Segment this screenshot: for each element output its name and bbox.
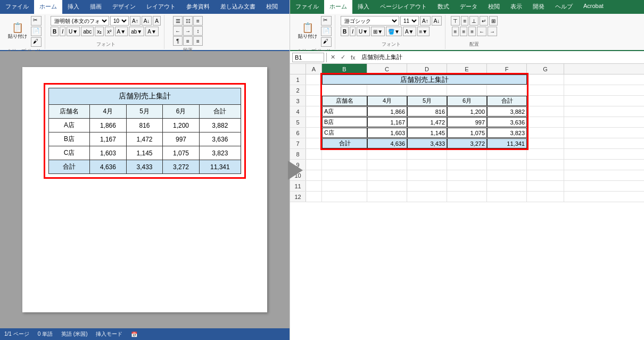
word-tab-design[interactable]: デザイン — [107, 0, 141, 14]
cell-f6-c-total[interactable]: 3,823 — [487, 128, 527, 138]
cell-d4-a-may[interactable]: 816 — [407, 106, 447, 117]
cell-c3-header-apr[interactable]: 4月 — [367, 96, 407, 106]
cell-d7-total-may[interactable]: 3,433 — [407, 138, 447, 148]
excel-align-bottom[interactable]: ⊥ — [469, 16, 478, 26]
cell-a10[interactable] — [306, 170, 322, 180]
excel-increase-indent[interactable]: → — [488, 27, 497, 36]
word-text-effect[interactable]: A▼ — [115, 27, 128, 36]
excel-tab-acrobat[interactable]: Acrobat — [578, 0, 609, 14]
word-show-marks[interactable]: ¶ — [173, 36, 183, 46]
cell-b6-c-store[interactable]: C店 — [322, 128, 367, 138]
cell-b5-b-store[interactable]: B店 — [322, 117, 367, 127]
cell-e12[interactable] — [447, 192, 487, 202]
excel-tab-file[interactable]: ファイル — [290, 0, 324, 14]
word-tab-layout[interactable]: レイアウト — [141, 0, 181, 14]
excel-bold-button[interactable]: B — [341, 27, 349, 36]
word-tab-draw[interactable]: 描画 — [85, 0, 107, 14]
cell-c2[interactable] — [367, 85, 407, 95]
cell-f12[interactable] — [487, 192, 527, 202]
cell-b9[interactable] — [322, 160, 367, 170]
cell-e2[interactable] — [447, 85, 487, 95]
cell-a5[interactable] — [306, 117, 322, 127]
excel-underline-button[interactable]: U▼ — [357, 27, 370, 36]
insert-function-icon[interactable]: fx — [349, 54, 357, 61]
word-format-painter[interactable]: 🖌 — [31, 37, 42, 47]
cell-b10[interactable] — [322, 170, 367, 180]
cell-e11[interactable] — [447, 181, 487, 191]
excel-font-size[interactable]: 11 — [400, 16, 419, 26]
word-shrink-font[interactable]: A↓ — [142, 16, 152, 26]
cell-a4[interactable] — [306, 106, 322, 117]
cell-c10[interactable] — [367, 170, 407, 180]
cell-e3-header-jun[interactable]: 6月 — [447, 96, 487, 106]
word-tab-file[interactable]: ファイル — [0, 0, 34, 14]
excel-tab-data[interactable]: データ — [455, 0, 483, 14]
word-tab-review[interactable]: 校閲 — [261, 0, 283, 14]
cell-a2[interactable] — [306, 85, 322, 95]
cell-e8[interactable] — [447, 149, 487, 159]
cell-f5-b-total[interactable]: 3,636 — [487, 117, 527, 127]
cell-g1[interactable] — [527, 74, 564, 85]
col-header-b[interactable]: B — [322, 64, 367, 74]
excel-merge-center[interactable]: ⊞ — [489, 16, 498, 26]
col-header-c[interactable]: C — [367, 64, 407, 74]
word-tab-home[interactable]: ホーム — [34, 0, 62, 14]
excel-tab-home[interactable]: ホーム — [324, 0, 352, 14]
cell-e9[interactable] — [447, 160, 487, 170]
cell-g10[interactable] — [527, 170, 564, 180]
cell-c5-b-apr[interactable]: 1,167 — [367, 117, 407, 127]
cell-d9[interactable] — [407, 160, 447, 170]
cell-a6[interactable] — [306, 128, 322, 138]
cell-e5-b-jun[interactable]: 997 — [447, 117, 487, 127]
cell-a3[interactable] — [306, 96, 322, 106]
word-superscript-button[interactable]: x² — [105, 27, 113, 36]
excel-tab-review[interactable]: 校閲 — [483, 0, 505, 14]
cell-d5-b-may[interactable]: 1,472 — [407, 117, 447, 127]
cell-f2[interactable] — [487, 85, 527, 95]
cell-b8[interactable] — [322, 149, 367, 159]
cell-reference-input[interactable] — [292, 53, 324, 62]
word-bullets[interactable]: ☰ — [173, 16, 183, 26]
excel-align-middle[interactable]: ≡ — [461, 16, 468, 26]
cell-f9[interactable] — [487, 160, 527, 170]
excel-font-family[interactable]: 游ゴシック — [341, 16, 399, 26]
word-tab-mailings[interactable]: 差し込み文書 — [215, 0, 261, 14]
cell-d2[interactable] — [407, 85, 447, 95]
cell-d8[interactable] — [407, 149, 447, 159]
word-strikethrough-button[interactable]: abc — [81, 27, 94, 36]
cell-f8[interactable] — [487, 149, 527, 159]
cell-b11[interactable] — [322, 181, 367, 191]
excel-grow-font[interactable]: A↑ — [420, 16, 431, 26]
excel-tab-view[interactable]: 表示 — [505, 0, 527, 14]
word-font-color[interactable]: A▼ — [145, 27, 159, 36]
cell-f10[interactable] — [487, 170, 527, 180]
col-header-f[interactable]: F — [487, 64, 527, 74]
cell-b12[interactable] — [322, 192, 367, 202]
word-paste-button[interactable]: 📋 貼り付け — [5, 21, 30, 42]
cell-b1-merged-title[interactable]: 店舗別売上集計 — [322, 74, 527, 85]
col-header-e[interactable]: E — [447, 64, 487, 74]
cancel-formula-icon[interactable]: ✕ — [329, 54, 337, 61]
excel-indent[interactable]: ≡▼ — [417, 27, 430, 36]
excel-align-right[interactable]: ≡ — [468, 27, 476, 36]
word-font-family[interactable]: 游明朝 (本文のフォン — [51, 16, 109, 26]
word-underline-button[interactable]: U▼ — [67, 27, 80, 36]
cell-g7[interactable] — [527, 138, 564, 148]
excel-format-painter[interactable]: 🖌 — [321, 37, 332, 47]
excel-copy-button[interactable]: 📄 — [321, 27, 332, 36]
col-header-g[interactable]: G — [527, 64, 564, 74]
word-decrease-indent[interactable]: ← — [173, 26, 183, 36]
cell-c6-c-apr[interactable]: 1,603 — [367, 128, 407, 138]
cell-c11[interactable] — [367, 181, 407, 191]
word-grow-font[interactable]: A↑ — [130, 16, 141, 26]
cell-e7-total-jun[interactable]: 3,272 — [447, 138, 487, 148]
cell-a1[interactable] — [306, 74, 322, 85]
confirm-formula-icon[interactable]: ✓ — [339, 54, 347, 61]
word-increase-indent[interactable]: → — [183, 26, 193, 36]
cell-e4-a-jun[interactable]: 1,200 — [447, 106, 487, 117]
word-bold-button[interactable]: B — [51, 27, 59, 36]
cell-d10[interactable] — [407, 170, 447, 180]
excel-wrap-text[interactable]: ↵ — [480, 16, 488, 26]
cell-d6-c-may[interactable]: 1,145 — [407, 128, 447, 138]
excel-tab-dev[interactable]: 開発 — [527, 0, 550, 14]
